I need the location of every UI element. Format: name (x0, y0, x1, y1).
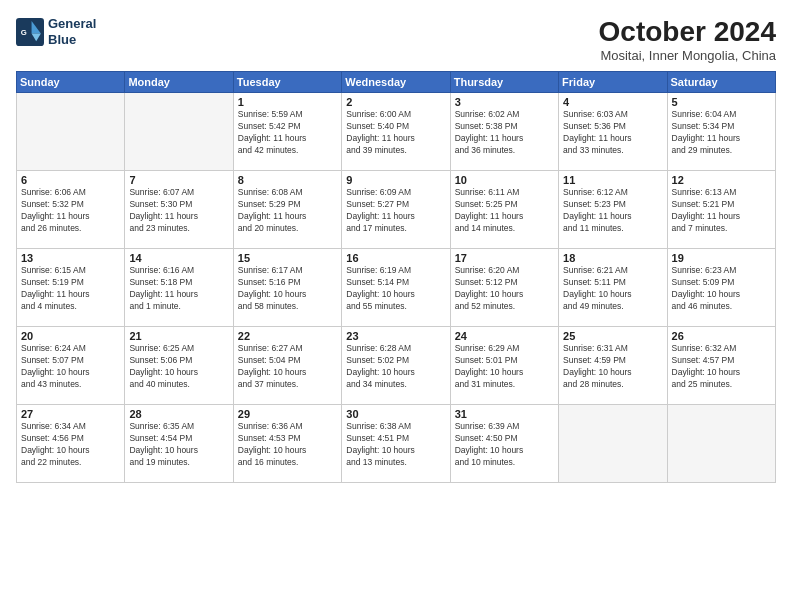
month-title: October 2024 (599, 16, 776, 48)
cell-w5-d6 (559, 405, 667, 483)
day-info: Sunrise: 6:32 AM Sunset: 4:57 PM Dayligh… (672, 343, 771, 391)
col-sunday: Sunday (17, 72, 125, 93)
day-info: Sunrise: 6:25 AM Sunset: 5:06 PM Dayligh… (129, 343, 228, 391)
day-number: 10 (455, 174, 554, 186)
day-number: 9 (346, 174, 445, 186)
week-row-5: 27Sunrise: 6:34 AM Sunset: 4:56 PM Dayli… (17, 405, 776, 483)
day-number: 7 (129, 174, 228, 186)
cell-w1-d2 (125, 93, 233, 171)
day-info: Sunrise: 6:03 AM Sunset: 5:36 PM Dayligh… (563, 109, 662, 157)
day-info: Sunrise: 6:28 AM Sunset: 5:02 PM Dayligh… (346, 343, 445, 391)
cell-w1-d6: 4Sunrise: 6:03 AM Sunset: 5:36 PM Daylig… (559, 93, 667, 171)
day-number: 31 (455, 408, 554, 420)
day-number: 19 (672, 252, 771, 264)
cell-w2-d7: 12Sunrise: 6:13 AM Sunset: 5:21 PM Dayli… (667, 171, 775, 249)
day-number: 8 (238, 174, 337, 186)
day-info: Sunrise: 6:38 AM Sunset: 4:51 PM Dayligh… (346, 421, 445, 469)
day-info: Sunrise: 6:20 AM Sunset: 5:12 PM Dayligh… (455, 265, 554, 313)
day-number: 14 (129, 252, 228, 264)
day-info: Sunrise: 6:09 AM Sunset: 5:27 PM Dayligh… (346, 187, 445, 235)
day-number: 20 (21, 330, 120, 342)
cell-w5-d7 (667, 405, 775, 483)
col-saturday: Saturday (667, 72, 775, 93)
day-number: 22 (238, 330, 337, 342)
day-info: Sunrise: 6:29 AM Sunset: 5:01 PM Dayligh… (455, 343, 554, 391)
cell-w1-d3: 1Sunrise: 5:59 AM Sunset: 5:42 PM Daylig… (233, 93, 341, 171)
day-number: 21 (129, 330, 228, 342)
cell-w3-d4: 16Sunrise: 6:19 AM Sunset: 5:14 PM Dayli… (342, 249, 450, 327)
logo-icon: G (16, 18, 44, 46)
day-info: Sunrise: 6:31 AM Sunset: 4:59 PM Dayligh… (563, 343, 662, 391)
col-monday: Monday (125, 72, 233, 93)
day-info: Sunrise: 6:27 AM Sunset: 5:04 PM Dayligh… (238, 343, 337, 391)
calendar-table: Sunday Monday Tuesday Wednesday Thursday… (16, 71, 776, 483)
cell-w4-d4: 23Sunrise: 6:28 AM Sunset: 5:02 PM Dayli… (342, 327, 450, 405)
day-number: 15 (238, 252, 337, 264)
cell-w4-d1: 20Sunrise: 6:24 AM Sunset: 5:07 PM Dayli… (17, 327, 125, 405)
cell-w4-d6: 25Sunrise: 6:31 AM Sunset: 4:59 PM Dayli… (559, 327, 667, 405)
col-tuesday: Tuesday (233, 72, 341, 93)
cell-w5-d4: 30Sunrise: 6:38 AM Sunset: 4:51 PM Dayli… (342, 405, 450, 483)
day-info: Sunrise: 6:34 AM Sunset: 4:56 PM Dayligh… (21, 421, 120, 469)
day-number: 2 (346, 96, 445, 108)
day-number: 3 (455, 96, 554, 108)
cell-w5-d1: 27Sunrise: 6:34 AM Sunset: 4:56 PM Dayli… (17, 405, 125, 483)
day-info: Sunrise: 6:12 AM Sunset: 5:23 PM Dayligh… (563, 187, 662, 235)
logo: G General Blue (16, 16, 96, 47)
day-number: 27 (21, 408, 120, 420)
day-info: Sunrise: 6:06 AM Sunset: 5:32 PM Dayligh… (21, 187, 120, 235)
day-number: 4 (563, 96, 662, 108)
cell-w1-d7: 5Sunrise: 6:04 AM Sunset: 5:34 PM Daylig… (667, 93, 775, 171)
day-number: 13 (21, 252, 120, 264)
day-info: Sunrise: 6:17 AM Sunset: 5:16 PM Dayligh… (238, 265, 337, 313)
cell-w2-d1: 6Sunrise: 6:06 AM Sunset: 5:32 PM Daylig… (17, 171, 125, 249)
day-number: 26 (672, 330, 771, 342)
week-row-1: 1Sunrise: 5:59 AM Sunset: 5:42 PM Daylig… (17, 93, 776, 171)
day-number: 30 (346, 408, 445, 420)
week-row-4: 20Sunrise: 6:24 AM Sunset: 5:07 PM Dayli… (17, 327, 776, 405)
day-number: 1 (238, 96, 337, 108)
cell-w3-d3: 15Sunrise: 6:17 AM Sunset: 5:16 PM Dayli… (233, 249, 341, 327)
day-number: 11 (563, 174, 662, 186)
page: G General Blue October 2024 Mositai, Inn… (0, 0, 792, 612)
cell-w3-d6: 18Sunrise: 6:21 AM Sunset: 5:11 PM Dayli… (559, 249, 667, 327)
logo-text-line2: Blue (48, 32, 96, 48)
location-subtitle: Mositai, Inner Mongolia, China (599, 48, 776, 63)
day-number: 6 (21, 174, 120, 186)
col-thursday: Thursday (450, 72, 558, 93)
logo-text-line1: General (48, 16, 96, 32)
cell-w4-d3: 22Sunrise: 6:27 AM Sunset: 5:04 PM Dayli… (233, 327, 341, 405)
day-info: Sunrise: 6:02 AM Sunset: 5:38 PM Dayligh… (455, 109, 554, 157)
day-info: Sunrise: 6:00 AM Sunset: 5:40 PM Dayligh… (346, 109, 445, 157)
day-number: 12 (672, 174, 771, 186)
cell-w1-d4: 2Sunrise: 6:00 AM Sunset: 5:40 PM Daylig… (342, 93, 450, 171)
cell-w3-d1: 13Sunrise: 6:15 AM Sunset: 5:19 PM Dayli… (17, 249, 125, 327)
day-number: 5 (672, 96, 771, 108)
week-row-3: 13Sunrise: 6:15 AM Sunset: 5:19 PM Dayli… (17, 249, 776, 327)
day-info: Sunrise: 6:39 AM Sunset: 4:50 PM Dayligh… (455, 421, 554, 469)
day-info: Sunrise: 6:08 AM Sunset: 5:29 PM Dayligh… (238, 187, 337, 235)
day-info: Sunrise: 6:24 AM Sunset: 5:07 PM Dayligh… (21, 343, 120, 391)
day-number: 25 (563, 330, 662, 342)
cell-w2-d5: 10Sunrise: 6:11 AM Sunset: 5:25 PM Dayli… (450, 171, 558, 249)
day-number: 29 (238, 408, 337, 420)
svg-text:G: G (21, 28, 27, 37)
col-friday: Friday (559, 72, 667, 93)
day-info: Sunrise: 6:21 AM Sunset: 5:11 PM Dayligh… (563, 265, 662, 313)
cell-w4-d7: 26Sunrise: 6:32 AM Sunset: 4:57 PM Dayli… (667, 327, 775, 405)
cell-w2-d6: 11Sunrise: 6:12 AM Sunset: 5:23 PM Dayli… (559, 171, 667, 249)
cell-w3-d2: 14Sunrise: 6:16 AM Sunset: 5:18 PM Dayli… (125, 249, 233, 327)
day-number: 24 (455, 330, 554, 342)
day-info: Sunrise: 6:36 AM Sunset: 4:53 PM Dayligh… (238, 421, 337, 469)
day-info: Sunrise: 6:07 AM Sunset: 5:30 PM Dayligh… (129, 187, 228, 235)
cell-w2-d4: 9Sunrise: 6:09 AM Sunset: 5:27 PM Daylig… (342, 171, 450, 249)
day-info: Sunrise: 6:04 AM Sunset: 5:34 PM Dayligh… (672, 109, 771, 157)
cell-w3-d7: 19Sunrise: 6:23 AM Sunset: 5:09 PM Dayli… (667, 249, 775, 327)
day-info: Sunrise: 6:11 AM Sunset: 5:25 PM Dayligh… (455, 187, 554, 235)
cell-w5-d5: 31Sunrise: 6:39 AM Sunset: 4:50 PM Dayli… (450, 405, 558, 483)
day-info: Sunrise: 5:59 AM Sunset: 5:42 PM Dayligh… (238, 109, 337, 157)
cell-w2-d3: 8Sunrise: 6:08 AM Sunset: 5:29 PM Daylig… (233, 171, 341, 249)
day-info: Sunrise: 6:13 AM Sunset: 5:21 PM Dayligh… (672, 187, 771, 235)
day-number: 18 (563, 252, 662, 264)
day-info: Sunrise: 6:19 AM Sunset: 5:14 PM Dayligh… (346, 265, 445, 313)
